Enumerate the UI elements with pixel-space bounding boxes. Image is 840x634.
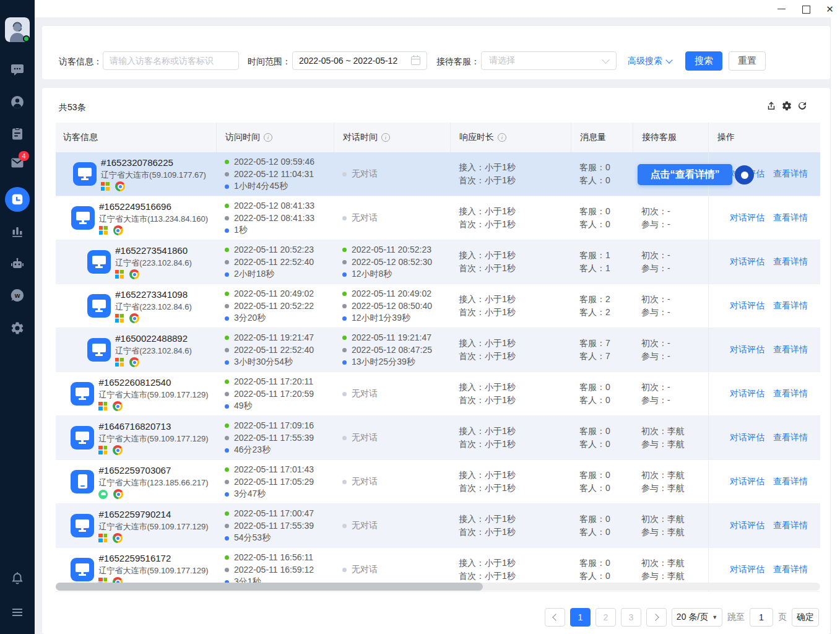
sidebar-item-worksheet[interactable] bbox=[10, 126, 25, 141]
col-agent[interactable]: 接待客服 bbox=[633, 123, 708, 152]
actions-cell: 对话评估查看详情 bbox=[708, 416, 820, 459]
evaluate-link[interactable]: 对话评估 bbox=[730, 300, 764, 311]
evaluate-link[interactable]: 对话评估 bbox=[730, 388, 764, 399]
col-response-duration[interactable]: 响应时长i bbox=[450, 123, 571, 152]
sidebar-item-robot[interactable] bbox=[10, 256, 25, 271]
table-row[interactable]: #1652259790214辽宁省大连市(59.109.177.129)2022… bbox=[56, 504, 820, 548]
evaluate-link[interactable]: 对话评估 bbox=[730, 256, 764, 267]
search-button[interactable]: 搜索 bbox=[685, 51, 722, 71]
sidebar-item-contacts[interactable] bbox=[10, 95, 25, 110]
time-line: 2022-05-12 08:41:33 bbox=[225, 199, 334, 212]
response-duration-cell: 接入：小于1秒首次：小于1秒 bbox=[450, 284, 571, 328]
cell-line: 接入：小于1秒 bbox=[459, 249, 571, 262]
table-row[interactable]: #1652273341098辽宁省(223.102.84.6)2022-05-1… bbox=[56, 284, 820, 328]
reset-button[interactable]: 重置 bbox=[729, 51, 766, 71]
visitor-search-input[interactable] bbox=[103, 51, 239, 70]
view-details-link[interactable]: 查看详情 bbox=[773, 344, 808, 355]
view-details-link[interactable]: 查看详情 bbox=[773, 432, 808, 443]
evaluate-link[interactable]: 对话评估 bbox=[730, 476, 764, 487]
prev-page-button[interactable] bbox=[545, 608, 565, 627]
visitor-text: #1650022488892辽宁省(223.102.84.6) bbox=[115, 332, 192, 368]
time-line: 2022-05-11 17:55:39 bbox=[225, 519, 334, 532]
table-row[interactable]: #1652249516696辽宁省大连市(113.234.84.160)2022… bbox=[56, 196, 820, 240]
refresh-icon[interactable] bbox=[797, 100, 808, 111]
info-icon[interactable]: i bbox=[498, 133, 506, 142]
view-details-link[interactable]: 查看详情 bbox=[773, 520, 808, 531]
message-count-cell: 客服：1客人：1 bbox=[571, 240, 633, 284]
column-settings-gear-icon[interactable] bbox=[781, 100, 792, 111]
sidebar-item-statistics[interactable] bbox=[10, 224, 25, 239]
info-icon[interactable]: i bbox=[264, 133, 272, 142]
evaluate-link[interactable]: 对话评估 bbox=[730, 432, 764, 443]
status-dot-icon bbox=[225, 228, 229, 233]
visitor-location: 辽宁省大连市(59.109.177.129) bbox=[98, 521, 208, 532]
col-message-count[interactable]: 消息量 bbox=[571, 123, 633, 152]
evaluate-link[interactable]: 对话评估 bbox=[730, 564, 764, 575]
export-icon[interactable] bbox=[766, 100, 777, 111]
sidebar-item-settings[interactable] bbox=[10, 321, 25, 336]
sidebar-item-visit-history-active[interactable] bbox=[5, 187, 30, 212]
status-dot-icon bbox=[225, 204, 229, 208]
dialog-time-cell: 2022-05-11 20:52:232022-05-12 08:52:3012… bbox=[334, 240, 450, 284]
cell-line: 客服：0 bbox=[579, 425, 633, 438]
horizontal-scrollbar[interactable] bbox=[56, 583, 820, 591]
col-dialog-time[interactable]: 对话时间i bbox=[334, 123, 450, 152]
sidebar-item-wechat[interactable]: w bbox=[10, 288, 25, 303]
col-visit-time[interactable]: 访问时间i bbox=[216, 123, 334, 152]
col-visitor-info[interactable]: 访客信息 bbox=[56, 123, 216, 152]
status-dot-icon bbox=[225, 272, 229, 277]
view-details-link[interactable]: 查看详情 bbox=[773, 388, 808, 399]
hamburger-menu-icon[interactable] bbox=[10, 605, 25, 620]
agent-select[interactable]: 请选择 bbox=[481, 51, 617, 70]
view-details-link[interactable]: 查看详情 bbox=[773, 476, 808, 487]
page-scrollbar-track[interactable] bbox=[830, 0, 840, 634]
cell-line: 接入：小于1秒 bbox=[459, 557, 571, 570]
visitor-location: 辽宁省大连市(123.185.66.217) bbox=[98, 477, 208, 489]
evaluate-link[interactable]: 对话评估 bbox=[730, 344, 764, 355]
notification-bell-icon[interactable] bbox=[10, 571, 25, 586]
info-icon[interactable]: i bbox=[381, 133, 390, 142]
table-row[interactable]: #1652260812540辽宁省大连市(59.109.177.129)2022… bbox=[56, 372, 820, 416]
agent-cell: 初次：李航参与：李航 bbox=[633, 416, 708, 459]
horizontal-scrollbar-thumb[interactable] bbox=[56, 583, 483, 591]
chrome-browser-icon bbox=[129, 357, 139, 367]
view-details-link[interactable]: 查看详情 bbox=[773, 212, 808, 224]
sidebar-item-chat[interactable] bbox=[10, 63, 25, 77]
page-button-2[interactable]: 2 bbox=[595, 608, 616, 627]
visitor-env-icons bbox=[101, 181, 206, 192]
table-row[interactable]: #1646716820713辽宁省大连市(59.109.177.129)2022… bbox=[56, 416, 820, 460]
advanced-search-toggle[interactable]: 高级搜索 bbox=[628, 56, 672, 67]
view-details-link[interactable]: 查看详情 bbox=[773, 300, 808, 311]
col-actions[interactable]: 操作 bbox=[708, 123, 820, 152]
visitor-location: 辽宁省大连市(59.109.177.129) bbox=[98, 433, 208, 445]
visitor-id: #1652249516696 bbox=[99, 200, 208, 213]
evaluate-link[interactable]: 对话评估 bbox=[730, 520, 764, 531]
table-row[interactable]: #1652273541860辽宁省(223.102.84.6)2022-05-1… bbox=[56, 240, 820, 284]
cell-line: 接入：小于1秒 bbox=[459, 381, 571, 394]
view-details-link[interactable]: 查看详情 bbox=[773, 256, 808, 267]
page-button-3[interactable]: 3 bbox=[621, 608, 641, 627]
close-icon[interactable]: ✕ bbox=[826, 5, 834, 13]
cell-line: 首次：小于1秒 bbox=[459, 262, 571, 275]
evaluate-link[interactable]: 对话评估 bbox=[730, 212, 764, 224]
status-dot-icon bbox=[342, 524, 347, 528]
response-duration-cell: 接入：小于1秒首次：小于1秒 bbox=[450, 240, 571, 284]
visitor-info-label: 访客信息： bbox=[59, 56, 102, 67]
visitor-env-icons bbox=[115, 357, 192, 368]
view-details-link[interactable]: 查看详情 bbox=[773, 168, 808, 180]
cell-line: 首次：小于1秒 bbox=[459, 350, 571, 363]
table-row[interactable]: #1650022488892辽宁省(223.102.84.6)2022-05-1… bbox=[56, 328, 820, 372]
visit-time-cell: 2022-05-11 17:20:112022-05-11 17:20:5949… bbox=[216, 372, 334, 415]
minimize-icon[interactable] bbox=[777, 5, 786, 13]
view-details-link[interactable]: 查看详情 bbox=[773, 564, 808, 575]
next-page-button[interactable] bbox=[646, 608, 667, 627]
maximize-icon[interactable] bbox=[802, 5, 810, 13]
date-range-picker[interactable]: 2022-05-06 ~ 2022-05-12 bbox=[292, 51, 427, 70]
page-button-1[interactable]: 1 bbox=[570, 608, 591, 627]
confirm-button[interactable]: 确定 bbox=[792, 608, 819, 627]
jump-page-input[interactable] bbox=[750, 608, 773, 627]
table-row[interactable]: #1652259703067辽宁省大连市(123.185.66.217)2022… bbox=[56, 460, 820, 504]
page-size-select[interactable]: 20 条/页▼ bbox=[672, 608, 722, 627]
status-dot-icon bbox=[342, 336, 347, 340]
time-line: 2022-05-11 16:56:11 bbox=[225, 551, 334, 563]
